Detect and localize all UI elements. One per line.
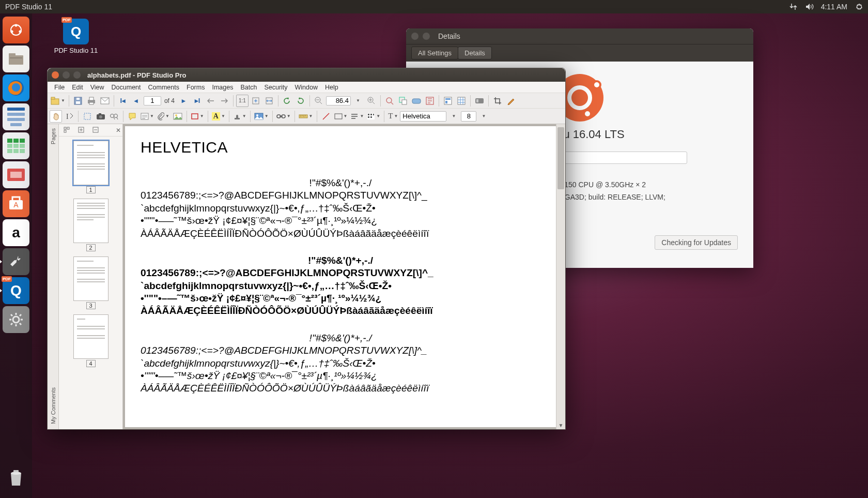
close-icon[interactable] xyxy=(411,33,419,40)
scroll-handle[interactable] xyxy=(557,127,564,189)
line-button[interactable] xyxy=(320,110,332,123)
pan-zoom-button[interactable] xyxy=(397,95,409,107)
breadcrumb-details[interactable]: Details xyxy=(458,47,492,59)
form-grid-button[interactable] xyxy=(455,95,468,107)
rotate-cw-button[interactable] xyxy=(295,95,307,107)
tab-pages[interactable]: Pages xyxy=(50,128,56,144)
email-button[interactable] xyxy=(99,95,111,107)
text-tool-button[interactable]: T▼ xyxy=(387,112,399,120)
area-select-button[interactable] xyxy=(81,110,94,123)
sound-indicator-icon[interactable] xyxy=(805,3,814,10)
close-panel-icon[interactable]: ✕ xyxy=(116,127,121,134)
actual-size-button[interactable]: 1:1 xyxy=(236,95,249,107)
pdf-studio-launcher-icon[interactable]: PDF Q xyxy=(3,277,29,304)
files-icon[interactable] xyxy=(3,46,29,72)
snapshot-button[interactable] xyxy=(95,110,107,123)
check-updates-button[interactable]: Checking for Updates xyxy=(655,235,738,250)
menu-window[interactable]: Window xyxy=(291,83,321,92)
thumb-zoom-out-icon[interactable] xyxy=(89,124,102,137)
next-view-button[interactable] xyxy=(218,95,230,107)
ubuntu-software-icon[interactable]: A xyxy=(3,190,29,217)
loupe-button[interactable] xyxy=(383,95,396,107)
menu-forms[interactable]: Forms xyxy=(183,83,208,92)
fit-width-button[interactable] xyxy=(263,95,275,107)
last-page-button[interactable]: ▸I xyxy=(191,95,204,107)
rect-button[interactable]: ▼ xyxy=(333,113,349,119)
network-indicator-icon[interactable] xyxy=(789,3,797,10)
search-button[interactable] xyxy=(108,110,120,123)
align-button[interactable]: ▼ xyxy=(349,113,365,120)
clock[interactable]: 4:11 AM xyxy=(821,3,847,11)
breadcrumb-all-settings[interactable]: All Settings xyxy=(411,47,458,59)
libreoffice-impress-icon[interactable] xyxy=(3,161,29,188)
shape-button[interactable]: ▼ xyxy=(190,113,205,120)
prev-view-button[interactable] xyxy=(205,95,217,107)
sign-button[interactable] xyxy=(505,95,517,107)
zoom-in-button[interactable] xyxy=(365,95,378,107)
fit-page-button[interactable] xyxy=(250,95,262,107)
font-size-dropdown[interactable]: ▼ xyxy=(477,110,490,123)
document-view[interactable]: HELVETICA !"#$%&'()*+,-./ 0123456789:;<=… xyxy=(123,124,565,429)
hand-tool-button[interactable] xyxy=(50,110,62,123)
attach-button[interactable]: ▼ xyxy=(156,112,171,120)
tab-my-comments[interactable]: My Comments xyxy=(50,387,56,424)
page-input[interactable] xyxy=(144,96,161,105)
ocr-button[interactable] xyxy=(424,95,436,107)
menu-file[interactable]: File xyxy=(51,83,68,92)
prev-page-button[interactable]: ◂ xyxy=(130,95,143,107)
session-indicator-icon[interactable] xyxy=(856,3,863,10)
menu-batch[interactable]: Batch xyxy=(237,83,260,92)
gear-icon[interactable] xyxy=(3,306,29,333)
dash-icon[interactable] xyxy=(3,17,29,43)
libreoffice-writer-icon[interactable] xyxy=(3,103,29,130)
thumb-options-icon[interactable] xyxy=(60,124,73,137)
text-box-button[interactable]: ▼ xyxy=(140,113,155,120)
rotate-ccw-button[interactable] xyxy=(281,95,293,107)
libreoffice-calc-icon[interactable] xyxy=(3,132,29,159)
thumbnail-page-2[interactable]: 2 xyxy=(73,199,109,251)
thumbnail-page-1[interactable]: 1 xyxy=(73,141,109,193)
menu-edit[interactable]: Edit xyxy=(68,83,87,92)
desktop-shortcut-pdf-studio[interactable]: Q PDF Studio 11 xyxy=(54,19,98,54)
sticky-note-button[interactable] xyxy=(126,110,138,123)
zoom-dropdown[interactable]: ▼ xyxy=(352,95,364,107)
thumb-zoom-in-icon[interactable] xyxy=(75,124,87,137)
trash-icon[interactable] xyxy=(3,464,29,491)
minimize-icon[interactable] xyxy=(423,33,430,40)
font-size-input[interactable] xyxy=(461,111,476,122)
first-page-button[interactable]: I◂ xyxy=(117,95,129,107)
save-button[interactable] xyxy=(72,95,84,107)
open-button[interactable]: ▼ xyxy=(50,97,66,105)
redact-button[interactable]: ▼ xyxy=(366,113,381,120)
minimize-icon[interactable] xyxy=(63,71,70,79)
maximize-icon[interactable] xyxy=(73,71,81,79)
measure-button[interactable]: ▼ xyxy=(298,114,314,119)
text-select-button[interactable]: I xyxy=(63,110,75,123)
pdf-titlebar[interactable]: alphabets.pdf - PDF Studio Pro xyxy=(48,68,565,82)
form-layout-button[interactable] xyxy=(442,95,454,107)
zoom-input[interactable] xyxy=(326,96,351,105)
vertical-scrollbar[interactable]: ▲ ▼ xyxy=(556,124,565,429)
zoom-out-button[interactable] xyxy=(313,95,325,107)
menu-help[interactable]: Help xyxy=(321,83,342,92)
thumbnail-page-4[interactable]: 4 xyxy=(73,314,109,367)
insert-image-button[interactable]: ▼ xyxy=(253,113,270,120)
menu-view[interactable]: View xyxy=(87,83,108,92)
firefox-icon[interactable] xyxy=(3,74,29,101)
font-dropdown[interactable]: ▼ xyxy=(447,110,460,123)
add-image-button[interactable] xyxy=(172,110,184,123)
print-button[interactable] xyxy=(85,95,98,107)
crop-button[interactable] xyxy=(491,95,504,107)
menu-images[interactable]: Images xyxy=(208,83,237,92)
stamp-button[interactable]: ▼ xyxy=(232,112,247,120)
highlight-button[interactable]: A▼ xyxy=(211,112,226,120)
link-button[interactable]: ▼ xyxy=(275,113,292,119)
amazon-icon[interactable]: a xyxy=(3,219,29,246)
optimize-button[interactable] xyxy=(473,95,486,107)
system-settings-icon[interactable] xyxy=(3,248,29,275)
menu-comments[interactable]: Comments xyxy=(145,83,183,92)
scan-button[interactable] xyxy=(410,95,423,107)
menu-document[interactable]: Document xyxy=(108,83,145,92)
next-page-button[interactable]: ▸ xyxy=(178,95,190,107)
font-select[interactable] xyxy=(400,111,446,122)
